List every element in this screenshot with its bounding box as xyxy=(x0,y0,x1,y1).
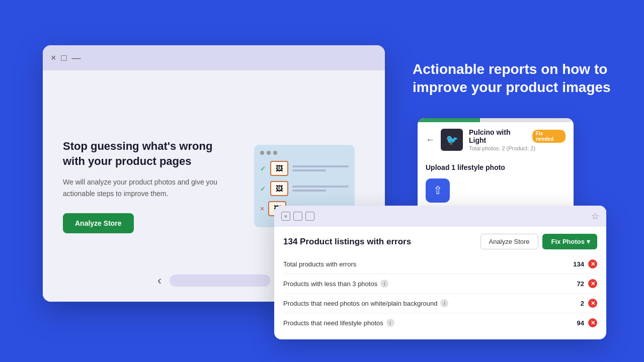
info-icon-1[interactable]: i xyxy=(380,280,388,288)
error-badge-2: ✕ xyxy=(588,299,597,308)
main-heading: Actionable reports on how to improve you… xyxy=(413,60,614,97)
stats-value-1: 72 xyxy=(577,280,584,288)
stats-label-text-3: Products that need lifestyle photos xyxy=(283,319,383,327)
stats-value-2: 2 xyxy=(581,300,584,307)
illus-dot-3 xyxy=(273,151,277,155)
stats-fix-photos-button[interactable]: Fix Photos ▾ xyxy=(542,234,597,249)
upload-photo-button[interactable]: ⇧ xyxy=(426,178,450,203)
upload-lifestyle-text: Upload 1 lifestyle photo xyxy=(426,163,566,171)
product-name-text: Pulcino with Light xyxy=(469,128,529,144)
stats-row-value-0: 134 ✕ xyxy=(573,259,597,268)
illus-dots xyxy=(260,151,349,155)
stats-title: 134 Product listings with errors xyxy=(283,237,411,247)
minimize-icon[interactable]: — xyxy=(71,53,80,63)
browser-bottom-bar: ‹ xyxy=(157,274,270,288)
illus-img-box-1: 🖼 xyxy=(270,161,288,176)
stats-star-icon[interactable]: ☆ xyxy=(591,211,599,222)
upload-arrow-icon: ⇧ xyxy=(433,184,442,197)
product-image-icon: 🐦 xyxy=(446,134,458,146)
stats-row-3: Products that need lifestyle photos i 94… xyxy=(283,313,597,332)
stats-value-3: 94 xyxy=(577,319,584,327)
stats-analyze-button[interactable]: Analyze Store xyxy=(480,234,538,249)
maximize-icon[interactable]: □ xyxy=(61,53,67,63)
stats-row-2: Products that need photos on white/plain… xyxy=(283,294,597,313)
stats-label-text-2: Products that need photos on white/plain… xyxy=(283,300,437,307)
illus-row-1: ✓ 🖼 xyxy=(260,161,349,176)
stats-row-value-2: 2 ✕ xyxy=(581,299,597,308)
stats-row-1: Products with less than 3 photos i 72 ✕ xyxy=(283,274,597,294)
fix-needed-badge: Fix needed xyxy=(532,130,566,143)
illus-lines-1 xyxy=(292,165,349,171)
stats-titlebar-icons: × xyxy=(281,212,314,221)
url-bar[interactable] xyxy=(170,275,270,287)
stats-window: × ☆ 134 Product listings with errors Ana… xyxy=(274,206,606,339)
stats-row-value-3: 94 ✕ xyxy=(577,318,597,327)
illus-lines-2 xyxy=(292,186,349,192)
error-badge-1: ✕ xyxy=(588,279,597,288)
stats-value-0: 134 xyxy=(573,260,584,268)
illus-line-1b xyxy=(292,169,326,171)
product-detail-card: ← 🐦 Pulcino with Light Fix needed Total … xyxy=(418,118,574,213)
stats-row-label-2: Products that need photos on white/plain… xyxy=(283,299,448,307)
image-icon-2: 🖼 xyxy=(276,185,283,193)
product-photos-count: Total photos: 2 (Product: 2) xyxy=(469,145,566,151)
illus-line-1a xyxy=(292,165,349,167)
product-name: Pulcino with Light Fix needed xyxy=(469,128,566,144)
browser-headline: Stop guessing what's wrong with your pro… xyxy=(63,139,234,168)
stats-table: Total products with errors 134 ✕ Product… xyxy=(274,254,606,339)
stats-row-value-1: 72 ✕ xyxy=(577,279,597,288)
stats-minimize-icon[interactable] xyxy=(305,212,314,221)
chevron-down-icon: ▾ xyxy=(587,238,590,245)
fix-photos-label: Fix Photos xyxy=(551,238,585,245)
product-card-topbar xyxy=(418,118,574,122)
check-icon-1: ✓ xyxy=(260,164,266,172)
close-icon[interactable]: × xyxy=(51,53,56,63)
stats-header: 134 Product listings with errors Analyze… xyxy=(274,227,606,254)
analyze-store-button[interactable]: Analyze Store xyxy=(63,213,134,233)
product-card-header: ← 🐦 Pulcino with Light Fix needed Total … xyxy=(418,122,574,157)
product-card-back-icon[interactable]: ← xyxy=(426,135,435,145)
stats-header-actions: Analyze Store Fix Photos ▾ xyxy=(480,234,597,249)
browser-text-section: Stop guessing what's wrong with your pro… xyxy=(63,139,234,233)
info-icon-2[interactable]: i xyxy=(440,299,448,307)
check-icon-2: ✓ xyxy=(260,185,266,193)
illus-img-box-2: 🖼 xyxy=(270,181,288,196)
browser-titlebar: × □ — xyxy=(43,45,385,70)
error-badge-3: ✕ xyxy=(588,318,597,327)
illus-line-2b xyxy=(292,190,326,192)
product-card-body: Upload 1 lifestyle photo ⇧ xyxy=(418,157,574,213)
image-icon-1: 🖼 xyxy=(276,164,283,172)
back-arrow-icon[interactable]: ‹ xyxy=(157,274,162,288)
stats-row-label-1: Products with less than 3 photos i xyxy=(283,280,388,288)
stats-row-label-0: Total products with errors xyxy=(283,260,356,268)
stats-row-0: Total products with errors 134 ✕ xyxy=(283,254,597,274)
x-icon-3: × xyxy=(260,205,264,213)
illus-dot-2 xyxy=(267,151,271,155)
illus-dot-1 xyxy=(260,151,264,155)
stats-label-text-1: Products with less than 3 photos xyxy=(283,280,377,288)
browser-subtext: We will analyze your product photos and … xyxy=(63,176,234,199)
stats-titlebar: × ☆ xyxy=(274,206,606,227)
stats-maximize-icon[interactable] xyxy=(293,212,302,221)
illus-row-2: ✓ 🖼 xyxy=(260,181,349,196)
product-info: Pulcino with Light Fix needed Total phot… xyxy=(469,128,566,151)
stats-close-icon[interactable]: × xyxy=(281,212,290,221)
illus-line-2a xyxy=(292,186,349,188)
product-thumbnail: 🐦 xyxy=(441,129,463,151)
stats-row-label-3: Products that need lifestyle photos i xyxy=(283,319,394,327)
info-icon-3[interactable]: i xyxy=(386,319,394,327)
error-badge-0: ✕ xyxy=(588,259,597,268)
